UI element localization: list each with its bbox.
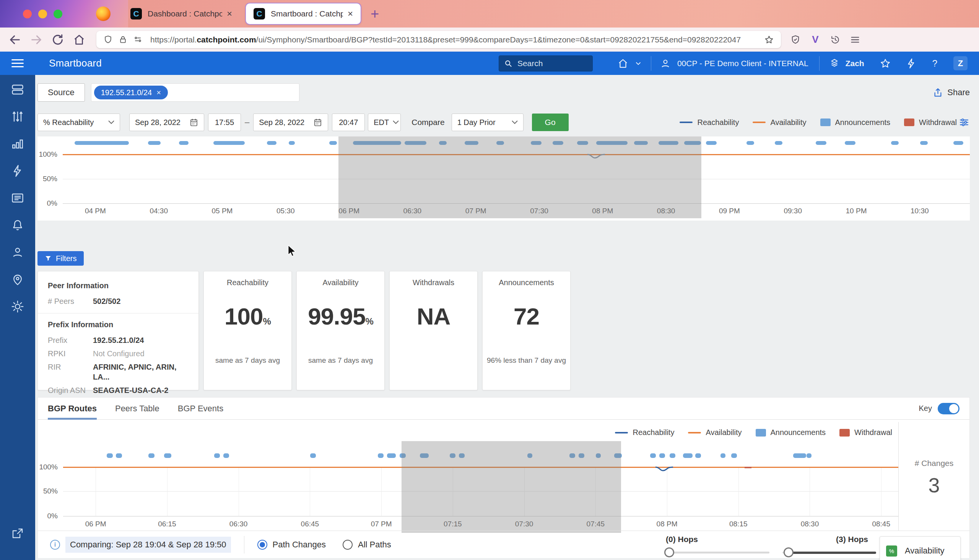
close-window-button[interactable] [23,10,32,18]
x-axis-label: 08 PM [657,520,678,528]
legend-item-withdrawal[interactable]: Withdrawal [839,428,892,437]
metric-select-value: % Reachability [43,118,104,127]
external-link-icon[interactable] [10,526,25,541]
dashboard-icon[interactable] [10,82,25,97]
hops-slider-track-filled[interactable] [791,552,876,554]
permissions-icon[interactable] [133,35,143,44]
tab-bgp-routes[interactable]: BGP Routes [48,398,97,420]
announcement-mark [683,453,692,458]
tab-peers-table[interactable]: Peers Table [115,398,160,420]
filters-button[interactable]: Filters [37,251,84,266]
division-layers-icon[interactable] [829,58,840,69]
share-button[interactable]: Share [933,88,970,98]
tab-bgp-events[interactable]: BGP Events [178,398,223,420]
zoom-window-button[interactable] [53,10,62,18]
metric-value: 99.95% [297,303,384,330]
minimize-window-button[interactable] [38,10,47,18]
remove-tag-icon[interactable]: × [157,88,161,97]
announcement-mark [670,453,675,458]
person-icon[interactable] [10,245,25,260]
chevron-down-icon [108,120,114,124]
app-menu-icon[interactable] [12,57,24,70]
close-tab-icon[interactable]: × [343,8,353,19]
url-field[interactable]: https://portal.catchpoint.com/ui/Symphon… [97,31,781,48]
hops-slider-handle[interactable] [664,547,674,557]
selection-region[interactable] [339,137,701,218]
calendar-icon [189,118,198,127]
tracking-shield-icon[interactable] [103,35,113,44]
changes-value: 3 [899,473,969,497]
announcement-mark [289,141,295,145]
favorites-star-icon[interactable] [880,58,891,69]
go-button[interactable]: Go [532,113,569,131]
legend-item-reachability[interactable]: Reachability [615,428,674,437]
catchpoint-favicon: C [254,8,265,20]
selection-region[interactable] [402,441,621,533]
avatar[interactable]: Z [953,56,967,70]
legend-item-reachability[interactable]: Reachability [680,118,739,127]
menu-icon[interactable] [850,34,861,45]
legend-item-announcements[interactable]: Announcements [756,428,826,437]
chart-settings-icon[interactable] [958,117,970,128]
timezone-select[interactable]: EDT [368,113,401,131]
extension-shield-icon[interactable] [790,34,801,45]
tune-icon[interactable] [10,109,25,124]
metric-select[interactable]: % Reachability [37,113,120,131]
key-toggle[interactable] [938,403,959,414]
chart-plot-area: 100%50%0%04 PM04:3005 PM05:3006 PM06:300… [63,140,970,216]
search-input[interactable]: Search [499,55,593,72]
start-date-field[interactable]: Sep 28, 2022 [129,113,204,131]
new-tab-button[interactable]: + [370,6,379,22]
bookmark-star-icon[interactable] [764,35,774,45]
reload-icon[interactable] [51,33,64,46]
info-icon[interactable]: i [50,540,60,550]
info-label: Prefix [48,335,93,345]
legend-item-availability[interactable]: Availability [688,428,742,437]
source-button[interactable]: Source [37,83,85,102]
browser-tab-smartboard[interactable]: C Smartboard : Catchpoint × [246,3,360,24]
close-tab-icon[interactable]: × [222,8,232,19]
home-icon[interactable] [73,33,86,46]
radio-button[interactable] [257,540,267,550]
quick-actions-bolt-icon[interactable] [906,58,917,69]
legend-item-announcements[interactable]: Announcements [820,118,891,127]
list-icon[interactable] [10,190,25,206]
source-filter-field[interactable]: 192.55.21.0/24 × [91,83,299,102]
radio-all-paths[interactable]: All Paths [343,540,391,550]
firefox-icon[interactable] [96,7,110,21]
metric-card-reachability: Reachability100%same as 7 days avg [203,271,292,390]
gear-icon[interactable] [10,299,25,314]
lock-icon[interactable] [118,35,128,44]
extension-v-icon[interactable]: V [810,34,821,45]
bolt-icon[interactable] [10,163,25,178]
start-time-field[interactable]: 17:55 [208,113,241,131]
y-axis-label: 50% [37,175,57,183]
page-title: Smartboard [49,57,102,69]
hops-slider-handle[interactable] [784,547,794,557]
user-name[interactable]: Zach [846,59,864,68]
legend-item-withdrawal[interactable]: Withdrawal [904,118,957,127]
radio-button[interactable] [343,540,353,550]
help-icon[interactable]: ? [932,58,937,69]
search-placeholder: Search [517,59,543,68]
end-time-field[interactable]: 20:47 [332,113,365,131]
home-icon[interactable] [617,58,629,69]
forward-icon[interactable] [30,33,43,46]
hops-slider-track[interactable] [669,552,769,553]
bell-icon[interactable] [10,218,25,233]
source-tag-label: 192.55.21.0/24 [101,88,152,97]
legend-item-availability[interactable]: Availability [752,118,806,127]
compare-select[interactable]: 1 Day Prior [452,113,524,131]
info-row: RPKINot Configured [48,348,188,358]
location-icon[interactable] [10,272,25,287]
url-scheme: https://portal. [150,35,197,44]
browser-tab-dashboard[interactable]: C Dashboard : Catchpoint × [123,3,240,24]
chevron-down-icon[interactable] [634,58,642,69]
bar-chart-icon[interactable] [10,136,25,152]
end-date-field[interactable]: Sep 28, 2022 [253,113,328,131]
client-name[interactable]: 00CP - PE Demo Client - INTERNAL [677,59,809,68]
back-icon[interactable] [8,33,22,46]
client-icon[interactable] [660,58,671,69]
history-icon[interactable] [830,34,841,45]
radio-path-changes[interactable]: Path Changes [257,540,326,550]
